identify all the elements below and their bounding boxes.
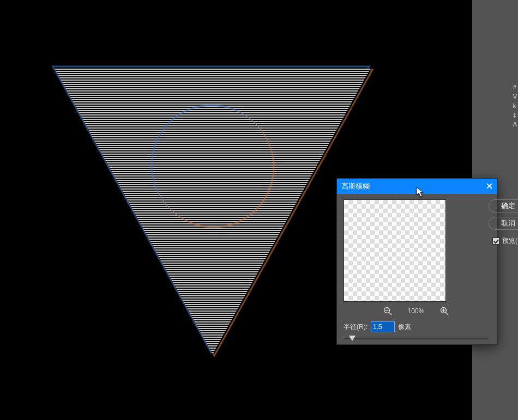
tool-item[interactable]: # xyxy=(513,84,517,90)
tool-item[interactable]: k xyxy=(513,103,517,109)
check-icon xyxy=(493,239,499,244)
zoom-row: 100% xyxy=(344,306,489,316)
dialog-title: 高斯模糊 xyxy=(341,181,370,191)
artwork-logo xyxy=(44,38,382,376)
tool-item[interactable]: ‡ xyxy=(513,112,517,118)
radius-unit: 像素 xyxy=(398,322,411,332)
svg-line-9 xyxy=(389,312,391,315)
preview-label: 预览(P) xyxy=(502,236,518,246)
radius-row: 半径(R): 像素 xyxy=(344,321,489,332)
ok-button[interactable]: 确定 xyxy=(489,199,518,212)
radius-input[interactable] xyxy=(371,321,395,332)
radius-slider[interactable] xyxy=(344,338,489,339)
preview-box[interactable] xyxy=(344,199,446,302)
button-column: 确定 取消 预览(P) xyxy=(489,199,518,339)
zoom-in-button[interactable] xyxy=(439,306,449,316)
slider-thumb-icon[interactable] xyxy=(349,336,356,341)
cursor-icon xyxy=(416,187,425,200)
preview-checkbox-row[interactable]: 预览(P) xyxy=(492,236,518,246)
radius-label: 半径(R): xyxy=(344,322,368,332)
svg-line-12 xyxy=(445,312,448,315)
preview-column: 100% 半径(R): 像素 xyxy=(344,199,489,339)
zoom-out-button[interactable] xyxy=(383,306,393,316)
gaussian-blur-dialog: 高斯模糊 100% xyxy=(336,178,498,345)
zoom-out-icon xyxy=(383,307,392,315)
dialog-body: 100% 半径(R): 像素 确定 xyxy=(337,194,497,345)
close-button[interactable] xyxy=(484,181,494,191)
tool-item[interactable]: A xyxy=(513,121,517,127)
close-icon xyxy=(486,183,492,189)
tool-item[interactable]: V xyxy=(513,94,517,100)
zoom-in-icon xyxy=(440,307,449,315)
cancel-button[interactable]: 取消 xyxy=(489,217,518,230)
zoom-percent: 100% xyxy=(408,307,425,315)
right-tools: # V k ‡ A xyxy=(513,84,517,127)
preview-checkbox[interactable] xyxy=(492,238,499,245)
